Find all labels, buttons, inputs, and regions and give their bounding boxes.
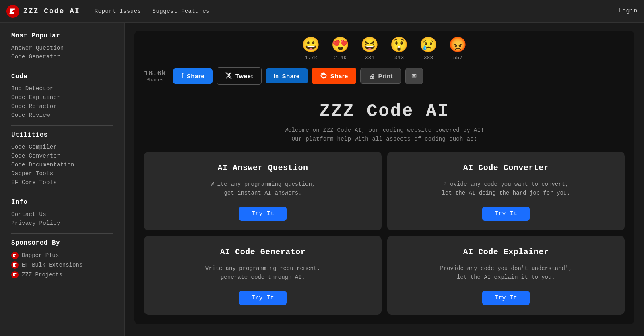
share-linkedin-label: Share [282, 73, 300, 79]
svg-marker-3 [13, 273, 17, 276]
sidebar-section-title-code: Code [11, 73, 113, 80]
share-count-label: Shares [144, 77, 166, 83]
sponsor-icon-dapper-plus [11, 252, 19, 259]
emoji-love: 😍 [331, 39, 349, 53]
emoji-count-sad: 388 [424, 55, 433, 61]
sponsor-link-ef-bulk[interactable]: EF Bulk Extensions [22, 262, 83, 268]
share-email-button[interactable]: ✉ [405, 68, 423, 84]
linkedin-icon: in [274, 73, 279, 79]
sponsor-link-dapper-plus[interactable]: Dapper Plus [22, 252, 59, 259]
sidebar-item-ef-core-tools[interactable]: EF Core Tools [11, 178, 113, 187]
sidebar-section-title-utilities: Utilities [11, 131, 113, 139]
emoji-count-love: 2.4k [334, 55, 347, 61]
logo[interactable]: ZZZ Code AI [6, 5, 80, 18]
nav-suggest-features[interactable]: Suggest Features [148, 6, 215, 17]
feature-card-code-explainer: AI Code Explainer Provide any code you d… [387, 236, 625, 315]
emoji-item-sad[interactable]: 😢 388 [419, 39, 438, 61]
emoji-count-angry: 557 [453, 55, 462, 61]
main-content: 😀 1.7k 😍 2.4k 😆 331 😲 343 😢 388 [125, 23, 644, 336]
feature-card-desc-code-generator: Write any programming requirement,genera… [205, 264, 320, 282]
emoji-item-wow[interactable]: 😲 343 [390, 39, 408, 61]
sidebar-item-code-documentation[interactable]: Code Documentation [11, 160, 113, 169]
sidebar-item-code-compiler[interactable]: Code Compiler [11, 143, 113, 151]
try-btn-answer-question[interactable]: Try It [239, 207, 286, 221]
feature-card-code-generator: AI Code Generator Write any programming … [144, 236, 382, 315]
sidebar-item-code-generator[interactable]: Code Generator [11, 52, 113, 61]
share-count-number: 18.6k [144, 69, 166, 77]
print-icon: 🖨 [369, 73, 375, 79]
sidebar-section-title-sponsored: Sponsored By [11, 239, 113, 247]
sponsor-icon-ef-bulk [11, 261, 19, 269]
share-reddit-button[interactable]: Share [312, 68, 356, 84]
emoji-item-laugh[interactable]: 😆 331 [361, 39, 379, 61]
share-linkedin-button[interactable]: in Share [266, 68, 308, 83]
share-facebook-button[interactable]: f Share [173, 68, 213, 84]
emoji-happy: 😀 [302, 39, 320, 53]
nav-links: Report Issues Suggest Features [90, 6, 215, 17]
share-reddit-label: Share [330, 73, 348, 79]
login-button[interactable]: Login [618, 8, 638, 15]
facebook-icon: f [181, 73, 184, 80]
share-facebook-label: Share [187, 73, 204, 79]
sidebar-divider-1 [11, 67, 113, 67]
emoji-row: 😀 1.7k 😍 2.4k 😆 331 😲 343 😢 388 [144, 39, 625, 61]
svg-marker-2 [13, 263, 17, 267]
sidebar-section-most-popular: Most Popular Answer Question Code Genera… [11, 32, 113, 61]
emoji-count-laugh: 331 [365, 55, 374, 61]
share-print-label: Print [378, 73, 393, 79]
sidebar-section-sponsored: Sponsored By Dapper Plus EF Bulk Extensi… [11, 239, 113, 280]
sidebar-item-code-review[interactable]: Code Review [11, 111, 113, 120]
emoji-sad: 😢 [419, 39, 438, 53]
sponsor-link-zzz-projects[interactable]: ZZZ Projects [22, 272, 62, 278]
sidebar-item-code-refactor[interactable]: Code Refactor [11, 102, 113, 111]
sidebar-item-code-explainer[interactable]: Code Explainer [11, 93, 113, 102]
email-icon: ✉ [411, 73, 417, 80]
feature-card-desc-answer-question: Write any programming question,get insta… [211, 180, 315, 198]
nav-report-issues[interactable]: Report Issues [90, 6, 146, 17]
hero-title: ZZZ Code AI [144, 101, 625, 121]
feature-card-desc-code-explainer: Provide any code you don't understand',l… [440, 264, 572, 282]
emoji-item-happy[interactable]: 😀 1.7k [302, 39, 320, 61]
feature-card-desc-code-converter: Provide any code you want to convert,let… [442, 180, 570, 198]
sidebar-item-bug-detector[interactable]: Bug Detector [11, 84, 113, 93]
feature-card-answer-question: AI Answer Question Write any programming… [144, 152, 382, 230]
sidebar-item-contact-us[interactable]: Contact Us [11, 210, 113, 219]
try-btn-code-generator[interactable]: Try It [239, 291, 286, 305]
emoji-count-happy: 1.7k [305, 55, 317, 61]
share-row: 18.6k Shares f Share Tweet in Share [144, 67, 625, 85]
sidebar-section-info: Info Contact Us Privacy Policy [11, 199, 113, 228]
share-twitter-button[interactable]: Tweet [217, 67, 262, 85]
twitter-icon [225, 72, 232, 80]
sidebar-item-answer-question[interactable]: Answer Question [11, 44, 113, 52]
sidebar-item-dapper-tools[interactable]: Dapper Tools [11, 169, 113, 178]
feature-card-title-code-explainer: AI Code Explainer [463, 247, 549, 257]
svg-marker-0 [10, 9, 15, 14]
share-card: 😀 1.7k 😍 2.4k 😆 331 😲 343 😢 388 [134, 31, 634, 324]
try-btn-code-explainer[interactable]: Try It [482, 291, 529, 305]
emoji-item-angry[interactable]: 😡 557 [449, 39, 467, 61]
svg-marker-1 [13, 254, 17, 257]
layout: Most Popular Answer Question Code Genera… [0, 23, 644, 336]
logo-text: ZZZ Code AI [23, 7, 80, 15]
sidebar: Most Popular Answer Question Code Genera… [0, 23, 125, 336]
feature-card-title-answer-question: AI Answer Question [217, 163, 308, 172]
share-print-button[interactable]: 🖨 Print [360, 68, 401, 84]
navbar: ZZZ Code AI Report Issues Suggest Featur… [0, 0, 644, 23]
sponsor-item-dapper-plus: Dapper Plus [11, 251, 113, 260]
sidebar-divider-2 [11, 125, 113, 126]
try-btn-code-converter[interactable]: Try It [482, 207, 529, 221]
hero-subtitle: Welcome on ZZZ Code AI, our coding websi… [144, 127, 625, 133]
sidebar-section-utilities: Utilities Code Compiler Code Converter C… [11, 131, 113, 187]
sponsor-icon-zzz-projects [11, 271, 19, 278]
sidebar-item-code-converter[interactable]: Code Converter [11, 151, 113, 160]
feature-cards-grid: AI Answer Question Write any programming… [144, 152, 625, 315]
emoji-count-wow: 343 [394, 55, 404, 61]
sidebar-section-title-info: Info [11, 199, 113, 206]
sidebar-divider-4 [11, 233, 113, 234]
share-divider [144, 93, 625, 93]
sidebar-item-privacy-policy[interactable]: Privacy Policy [11, 219, 113, 228]
emoji-item-love[interactable]: 😍 2.4k [331, 39, 349, 61]
reddit-icon [320, 72, 327, 80]
share-twitter-label: Tweet [235, 73, 253, 79]
sidebar-divider-3 [11, 193, 113, 193]
